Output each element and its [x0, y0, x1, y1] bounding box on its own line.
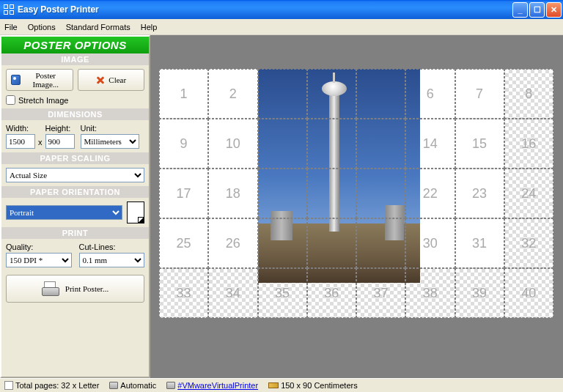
- page-cell: 39: [455, 268, 504, 318]
- poster-options-title: POSTER OPTIONS: [1, 37, 149, 53]
- quality-label: Quality:: [6, 243, 72, 251]
- unit-select[interactable]: Millimeters: [81, 134, 139, 149]
- menu-file[interactable]: File: [4, 23, 18, 32]
- page-cell: 40: [504, 268, 553, 318]
- page-cell: 34: [208, 268, 257, 318]
- page-cell: 9: [159, 119, 208, 169]
- page-cell: 16: [504, 119, 553, 169]
- poster-image-button[interactable]: Poster Image...: [6, 69, 73, 91]
- print-poster-label: Print Poster...: [65, 284, 108, 293]
- print-poster-button[interactable]: Print Poster...: [6, 275, 144, 303]
- printer-status-icon: [166, 382, 175, 389]
- cutlines-select[interactable]: 0.1 mm: [79, 253, 145, 267]
- page-cell: 25: [159, 218, 208, 268]
- page-cell: 17: [159, 169, 208, 218]
- page-cell: 18: [208, 169, 257, 218]
- poster-icon: [11, 75, 21, 85]
- scaling-select[interactable]: Actual Size: [6, 168, 144, 182]
- unit-label: Unit:: [81, 124, 139, 133]
- printer-icon: [42, 281, 58, 296]
- pages-icon: [4, 381, 13, 390]
- stretch-checkbox[interactable]: [6, 95, 15, 105]
- page-cell: 10: [208, 119, 257, 169]
- window-controls: _ ☐ ✕: [512, 2, 562, 18]
- page-cell: 7: [455, 69, 504, 119]
- ruler-icon: [268, 382, 279, 388]
- menubar: File Options Standard Formats Help: [0, 19, 563, 35]
- close-button[interactable]: ✕: [546, 2, 562, 18]
- page-cell: 31: [455, 218, 504, 268]
- orientation-preview-icon: [127, 201, 144, 223]
- titlebar: Easy Poster Printer _ ☐ ✕: [0, 0, 563, 19]
- section-print-header: PRINT: [1, 227, 149, 239]
- poster-image-label: Poster Image...: [23, 71, 68, 89]
- status-printer[interactable]: #VMwareVirtualPrinter: [166, 381, 258, 390]
- page-cell: 1: [159, 69, 208, 119]
- dimensions-x: x: [37, 138, 44, 149]
- page-cell: 8: [504, 69, 553, 119]
- poster-image: [258, 69, 421, 283]
- status-pages: Total pages: 32 x Letter: [4, 381, 99, 390]
- page-cell: 2: [208, 69, 257, 119]
- cutlines-label: Cut-Lines:: [79, 243, 145, 251]
- status-size: 150 x 90 Centimeters: [268, 381, 358, 390]
- page-cell: 23: [455, 169, 504, 218]
- height-label: Height:: [45, 124, 75, 133]
- preview-area[interactable]: 1234567891011121314151617181920212223242…: [150, 35, 563, 378]
- clear-button[interactable]: Clear: [78, 69, 145, 91]
- section-dimensions-header: DIMENSIONS: [1, 108, 149, 120]
- mode-icon: [109, 382, 118, 389]
- menu-help[interactable]: Help: [141, 23, 158, 32]
- menu-standard-formats[interactable]: Standard Formats: [66, 23, 130, 32]
- status-mode: Automatic: [109, 381, 156, 390]
- page-cell: 33: [159, 268, 208, 318]
- sidebar: POSTER OPTIONS IMAGE Poster Image... Cle…: [0, 35, 150, 378]
- page-cell: 24: [504, 169, 553, 218]
- maximize-button[interactable]: ☐: [529, 2, 545, 18]
- app-icon: [3, 4, 15, 15]
- orientation-select[interactable]: Portrait: [6, 205, 122, 220]
- quality-select[interactable]: 150 DPI *: [6, 253, 72, 267]
- menu-options[interactable]: Options: [28, 23, 56, 32]
- page-cell: 26: [208, 218, 257, 268]
- section-orientation-header: PAPER ORIENTATION: [1, 186, 149, 198]
- section-scaling-header: PAPER SCALING: [1, 152, 149, 164]
- stretch-label: Stretch Image: [18, 96, 68, 105]
- section-image-header: IMAGE: [1, 53, 149, 65]
- clear-label: Clear: [108, 75, 126, 84]
- width-input[interactable]: [6, 134, 35, 149]
- height-input[interactable]: [45, 134, 75, 149]
- width-label: Width:: [6, 124, 35, 133]
- page-cell: 15: [455, 119, 504, 169]
- minimize-button[interactable]: _: [512, 2, 528, 18]
- statusbar: Total pages: 32 x Letter Automatic #VMwa…: [0, 378, 563, 392]
- clear-icon: [95, 75, 106, 85]
- page-cell: 32: [504, 218, 553, 268]
- window-title: Easy Poster Printer: [18, 4, 512, 15]
